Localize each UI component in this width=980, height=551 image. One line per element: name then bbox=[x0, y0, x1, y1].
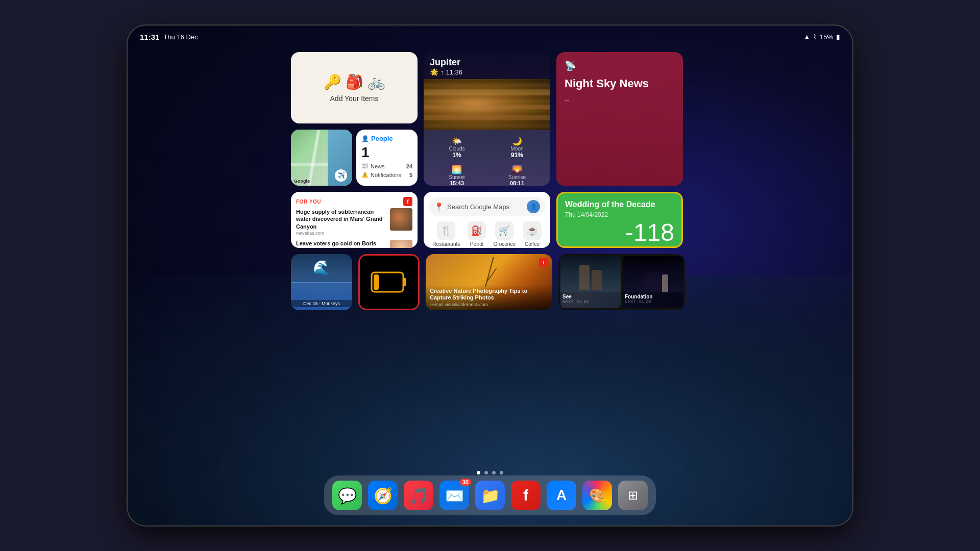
see-show-next: NEXT · S2, E1 bbox=[562, 299, 619, 304]
people-app-icon: 👤 People bbox=[361, 135, 412, 142]
weather-details: 🌤️ Clouds 1% 🌙 Moon 91% 🌅 Sunset bbox=[424, 130, 550, 186]
maps-search-placeholder: Search Google Maps bbox=[447, 203, 524, 211]
tv-show-foundation[interactable]: Foundation NEXT · S1, E3 bbox=[623, 256, 683, 308]
sunrise-detail: 🌄 Sunrise 08:11 bbox=[488, 163, 546, 186]
moon-pct: 91% bbox=[490, 152, 544, 159]
signal-icon: ▲ bbox=[804, 33, 810, 40]
widget-people[interactable]: 👤 People 1 📰 News 24 bbox=[356, 130, 418, 186]
see-show-title: See bbox=[562, 294, 619, 299]
jupiter-trend-icon: ↑ bbox=[440, 68, 444, 76]
add-items-icon-3: 🚲 bbox=[368, 73, 385, 90]
calendar-event-name: Wedding of the Decade bbox=[565, 199, 674, 209]
news-divider bbox=[296, 238, 412, 238]
maps-cat-coffee[interactable]: ☕ Coffee bbox=[523, 221, 542, 247]
foundation-show-title: Foundation bbox=[625, 294, 681, 299]
jupiter-image bbox=[424, 79, 550, 130]
add-items-icon-2: 🎒 bbox=[346, 73, 363, 90]
moon-icon: 🌙 bbox=[490, 136, 544, 146]
news-article-1-title: Huge supply of subterranean water discov… bbox=[296, 208, 387, 230]
jupiter-band-1 bbox=[424, 89, 550, 95]
widget-jupiter-weather[interactable]: Jupiter 🌟 ↑ 11:36 bbox=[424, 52, 550, 186]
sunset-detail: 🌅 Sunset 15:43 bbox=[428, 163, 486, 186]
dock-app-appstore[interactable]: A bbox=[547, 481, 576, 510]
widget-news[interactable]: FOR YOU f Huge supply of subterranean wa… bbox=[291, 192, 418, 248]
dock-app-files[interactable]: 📁 bbox=[475, 481, 505, 510]
battery-icon: ▮ bbox=[836, 33, 840, 41]
widget-battery[interactable] bbox=[358, 254, 420, 310]
widget-calendar[interactable]: Wedding of the Decade Thu 14/04/2022 -11… bbox=[556, 192, 683, 248]
sunrise-label: Sunrise bbox=[490, 174, 544, 180]
tv-shows-row: See NEXT · S2, E1 bbox=[558, 254, 685, 310]
status-time: 11:31 bbox=[140, 33, 159, 41]
maps-user-avatar: 👤 bbox=[527, 200, 540, 213]
maps-cat-restaurants[interactable]: 🍴 Restaurants bbox=[432, 221, 460, 247]
jupiter-band-2 bbox=[424, 105, 550, 109]
status-time-date: 11:31 Thu 16 Dec bbox=[140, 33, 198, 41]
news-icon: 📰 bbox=[361, 163, 369, 169]
dock-app-safari[interactable]: 🧭 bbox=[368, 481, 398, 510]
ipad-frame: 11:31 Thu 16 Dec ▲ ⌇ 15% ▮ 🔑 bbox=[128, 26, 852, 525]
people-notif-left: ⚠️ Notifications bbox=[361, 171, 401, 178]
status-right: ▲ ⌇ 15% ▮ bbox=[804, 33, 840, 41]
see-show-info: See NEXT · S2, E1 bbox=[560, 292, 621, 306]
add-items-icons: 🔑 🎒 🚲 bbox=[324, 73, 385, 90]
jupiter-planet-name: Jupiter bbox=[430, 57, 544, 68]
maps-cat-petrol[interactable]: ⛽ Petrol bbox=[468, 221, 486, 247]
news-article-2-title: Leave voters go cold on Boris Johnson's … bbox=[296, 240, 387, 248]
boris-thumbnail bbox=[390, 240, 412, 248]
tv-show-see[interactable]: See NEXT · S2, E1 bbox=[560, 256, 621, 308]
maps-cat-groceries[interactable]: 🛒 Groceries bbox=[494, 221, 516, 247]
maps-pin-icon: 📍 bbox=[434, 202, 444, 212]
status-date: Thu 16 Dec bbox=[163, 33, 198, 41]
wifi-icon: ⌇ bbox=[813, 33, 817, 41]
dock-app-mail[interactable]: ✉️ 30 bbox=[439, 481, 469, 510]
people-news-item: 📰 News 24 bbox=[361, 163, 412, 169]
dock-app-screensnap[interactable]: ⊞ bbox=[618, 481, 648, 510]
foundation-show-info: Foundation NEXT · S1, E3 bbox=[623, 292, 683, 306]
news-article-2-content: Leave voters go cold on Boris Johnson's … bbox=[296, 240, 387, 248]
page-dot-3 bbox=[492, 471, 496, 474]
coffee-icon: ☕ bbox=[523, 221, 542, 240]
foundation-show-next: NEXT · S1, E3 bbox=[625, 299, 681, 304]
reminder-label: Dec 16 · Monkeys bbox=[291, 300, 352, 307]
sunset-label: Sunset bbox=[430, 174, 484, 180]
widget-photo-tips[interactable]: f Creative Nature Photography Tips to Ca… bbox=[426, 254, 552, 310]
jupiter-header: Jupiter 🌟 ↑ 11:36 bbox=[424, 52, 550, 79]
news-article-2: Leave voters go cold on Boris Johnson's … bbox=[296, 240, 412, 248]
widget-maps-search[interactable]: 📍 Search Google Maps 👤 🍴 Restaurants ⛽ P… bbox=[424, 192, 550, 248]
col-1: 🔑 🎒 🚲 Add Your Items bbox=[291, 52, 418, 186]
photo-title: Creative Nature Photography Tips to Capt… bbox=[430, 288, 548, 301]
restaurants-icon: 🍴 bbox=[437, 221, 455, 240]
news-article-1-content: Huge supply of subterranean water discov… bbox=[296, 208, 387, 236]
news-header: FOR YOU f bbox=[296, 197, 412, 206]
content-area: 🔑 🎒 🚲 Add Your Items bbox=[128, 52, 852, 310]
sunrise-icon: 🌄 bbox=[490, 165, 544, 174]
row-1: 🔑 🎒 🚲 Add Your Items bbox=[291, 52, 689, 186]
dock-app-flipboard[interactable]: f bbox=[511, 481, 541, 510]
svg-rect-2 bbox=[403, 278, 406, 286]
people-news-count: 24 bbox=[406, 163, 412, 169]
reminder-splash: 🌊 bbox=[291, 259, 352, 276]
see-figure-1 bbox=[579, 265, 590, 290]
maps-search-bar[interactable]: 📍 Search Google Maps 👤 bbox=[429, 197, 545, 216]
restaurants-label: Restaurants bbox=[432, 241, 460, 247]
ipad-screen: 11:31 Thu 16 Dec ▲ ⌇ 15% ▮ 🔑 bbox=[128, 26, 852, 525]
widget-apple-tv[interactable]: tv See NEXT · S2, E1 bbox=[558, 254, 685, 310]
dock-app-messages[interactable]: 💬 bbox=[332, 481, 362, 510]
news-flipboard-icon: f bbox=[403, 197, 412, 206]
sun-icon: 🌟 bbox=[430, 68, 438, 76]
clouds-icon: 🌤️ bbox=[430, 136, 484, 146]
widget-night-sky[interactable]: 📡 Night Sky News -- bbox=[556, 52, 683, 186]
dock-app-music[interactable]: 🎵 bbox=[404, 481, 433, 510]
clouds-label: Clouds bbox=[430, 146, 484, 152]
people-icon-symbol: 👤 bbox=[361, 135, 369, 142]
widget-maps-mini[interactable]: ✈️ Google bbox=[291, 130, 352, 186]
dock-app-color[interactable]: 🎨 bbox=[582, 481, 612, 510]
see-figure-2 bbox=[592, 270, 602, 290]
mail-badge: 30 bbox=[460, 479, 471, 486]
widget-add-items[interactable]: 🔑 🎒 🚲 Add Your Items bbox=[291, 52, 418, 123]
news-article-1-source: newatlas.com bbox=[296, 231, 387, 236]
widget-reminder[interactable]: 🌊 Dec 16 · Monkeys bbox=[291, 254, 352, 310]
maps-road-1 bbox=[307, 130, 320, 185]
sunset-time: 15:43 bbox=[430, 180, 484, 186]
